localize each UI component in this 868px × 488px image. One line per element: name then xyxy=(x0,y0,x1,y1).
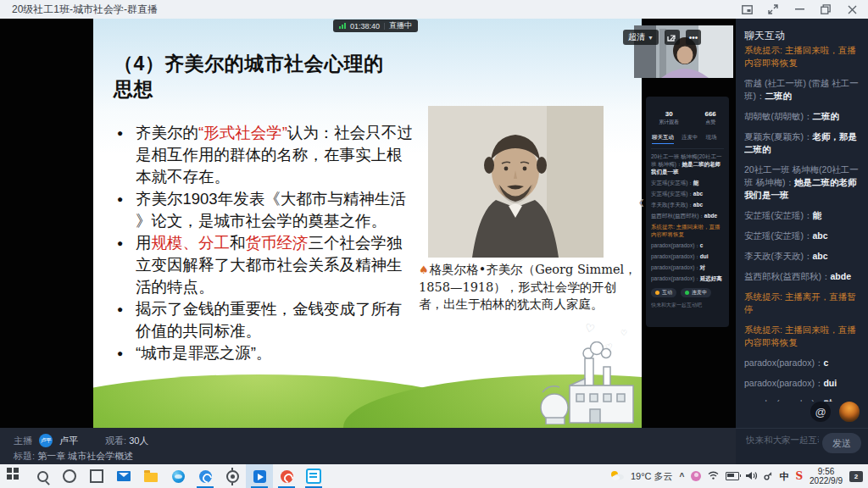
chat-username: 雷越 (社工一班) (雷越 社工一班)： xyxy=(744,78,859,101)
phone-tab[interactable]: 聊天互动 xyxy=(652,134,674,144)
window-controls xyxy=(741,0,858,19)
ime-zh-indicator[interactable]: 中 xyxy=(779,470,788,483)
chat-message: 李天政(李天政)：abc xyxy=(744,250,863,263)
chat-message-list[interactable]: 系统提示: 主播回来啦，直播内容即将恢复雷越 (社工一班) (雷越 社工一班)：… xyxy=(744,44,863,402)
phone-stats: 30累计观看666点赞 xyxy=(646,110,729,126)
hidden-icons-chevron[interactable]: ^ xyxy=(680,472,685,481)
chat-text: abde xyxy=(831,271,852,281)
user-icon[interactable] xyxy=(691,471,701,481)
chat-message: 益西郎秋(益西郎秋)：abde xyxy=(651,212,724,219)
phone-action-button[interactable]: 连麦中 xyxy=(681,288,711,297)
bullet-dot-icon: ● xyxy=(117,342,136,364)
share-button[interactable] xyxy=(665,30,680,45)
mail-app-icon[interactable] xyxy=(110,464,137,488)
bullet-dot-icon: ● xyxy=(117,232,136,298)
search-button[interactable] xyxy=(29,464,56,488)
weather-icon[interactable] xyxy=(610,470,624,482)
swirl-icon[interactable]: @ xyxy=(810,402,831,422)
task-view-button[interactable] xyxy=(83,464,110,488)
tray-date: 2022/9/9 xyxy=(810,476,843,486)
phone-tab[interactable]: 连麦中 xyxy=(682,134,698,144)
phone-chat-input[interactable]: 快来和大家一起互动吧 xyxy=(651,302,724,309)
chat-text: abc xyxy=(813,251,828,261)
status-dot-icon xyxy=(685,291,689,295)
wifi-icon[interactable] xyxy=(708,471,719,481)
volume-icon[interactable] xyxy=(746,471,757,482)
app-window: 20级社工1班-城市社会学-群直播 01:38:40 直 xyxy=(0,0,868,488)
settings-panel-icon[interactable] xyxy=(741,3,753,15)
chat-message: 安芷瑶(安芷瑶)：能 xyxy=(651,179,724,186)
presentation-slide: （4）齐美尔的城市社会心理的思想 ●齐美尔的“形式社会学”认为：社会只不过是相互… xyxy=(93,19,642,428)
chat-message: 李天政(李天政)：abc xyxy=(651,201,724,208)
live-class-app-icon-glyph xyxy=(253,470,266,483)
sogou-icon[interactable]: S xyxy=(795,470,803,482)
phone-tabs: 聊天互动连麦中现场 xyxy=(652,134,729,144)
notification-icon[interactable]: 2 xyxy=(849,471,863,482)
docs-app-icon[interactable] xyxy=(300,464,327,488)
weather-text[interactable]: 19°C 多云 xyxy=(631,470,673,483)
chat-text: dui xyxy=(700,253,709,259)
slide-title: （4）齐美尔的城市社会心理的思想 xyxy=(114,51,387,103)
chat-message: 雷越 (社工一班) (雷越 社工一班)：二班的 xyxy=(744,77,863,103)
video-stage: 01:38:40 直播中 （4）齐美尔的城市社会心理的思想 ●齐美尔的“形式社会… xyxy=(0,19,736,428)
quality-selector[interactable]: 超清▼ xyxy=(623,30,659,45)
clock[interactable]: 9:56 2022/9/9 xyxy=(810,467,843,486)
taskbar-apps xyxy=(2,464,327,488)
chat-message: paradox(paradox)：c xyxy=(651,241,724,249)
chat-username: 胡朝敏(胡朝敏)： xyxy=(744,111,813,121)
start-button[interactable] xyxy=(2,464,29,488)
chat-username: 安芷瑶(安芷瑶)： xyxy=(744,210,813,220)
phone-stat-label: 累计观看 xyxy=(659,119,679,126)
file-explorer-icon[interactable] xyxy=(137,464,164,488)
chevron-down-icon: ▼ xyxy=(648,35,654,41)
chat-text: c xyxy=(700,242,704,248)
battery-icon[interactable] xyxy=(726,472,739,480)
chat-panel: 聊天互动 系统提示: 主播回来啦，直播内容即将恢复雷越 (社工一班) (雷越 社… xyxy=(736,19,868,464)
chat-message: 系统提示: 主播离开，直播暂停 xyxy=(744,291,863,316)
maximize-button[interactable] xyxy=(820,3,832,15)
input-tool-icon[interactable] xyxy=(764,471,772,482)
send-button[interactable]: 发送 xyxy=(822,433,861,453)
phone-chat-list: 20社工一班 杨坤梅(20社工一班 杨坤梅)：她是二班的老师 我们是一班安芷瑶(… xyxy=(651,148,724,286)
chat-message: paradox(paradox)：延迟好高 xyxy=(651,274,724,282)
chat-username: 安芷瑶(安芷瑶)： xyxy=(744,230,813,241)
streamer-avatar[interactable] xyxy=(839,402,860,422)
heart-doodle-icon: ♡ xyxy=(584,321,597,336)
chat-username: 益西郎秋(益西郎秋)： xyxy=(744,271,831,281)
phone-tab[interactable]: 现场 xyxy=(706,134,717,144)
mobile-preview-panel: 30累计观看666点赞 聊天互动连麦中现场 20社工一班 杨坤梅(20社工一班 … xyxy=(646,97,729,327)
phone-stat-value: 30 xyxy=(659,110,679,118)
chat-username: paradox(paradox)： xyxy=(651,253,700,259)
screen-record-app-icon[interactable] xyxy=(273,464,300,488)
chat-username: 安芷瑶(安芷瑶)： xyxy=(651,180,693,186)
chat-input[interactable] xyxy=(744,434,821,446)
task-view-button-glyph xyxy=(90,469,103,483)
host-avatar[interactable]: 卢平 xyxy=(39,434,53,447)
status-dot-icon xyxy=(655,291,659,295)
chat-message: 益西郎秋(益西郎秋)：abde xyxy=(744,270,863,283)
close-button[interactable] xyxy=(846,3,858,15)
edge-browser-icon-glyph xyxy=(172,470,185,483)
fullscreen-icon[interactable] xyxy=(767,3,779,15)
divider xyxy=(736,428,868,429)
cortana-button[interactable] xyxy=(56,464,83,488)
more-options-button[interactable]: ••• xyxy=(686,30,701,45)
chat-message: 安芷瑶(安芷瑶)：能 xyxy=(744,209,863,222)
stream-info-bar: 主播 卢平 卢平 观看: 30人 标题: 第一章 城市社会学概述 xyxy=(0,428,736,464)
chat-text: dui xyxy=(823,378,837,388)
minimize-button[interactable] xyxy=(793,3,805,15)
settings-app-icon[interactable] xyxy=(219,464,246,488)
phone-collapse-handle[interactable]: ❮ xyxy=(638,198,645,207)
live-class-app-icon[interactable] xyxy=(246,464,273,488)
chat-username: paradox(paradox)： xyxy=(744,358,823,368)
meeting-app-icon[interactable] xyxy=(192,464,219,488)
chat-footer-icons: @ xyxy=(810,402,860,422)
edge-browser-icon[interactable] xyxy=(164,464,192,488)
live-time: 01:38:40 xyxy=(350,22,380,30)
host-name: 卢平 xyxy=(59,435,78,447)
chat-text: 延迟好高 xyxy=(700,275,722,281)
phone-action-button[interactable]: 互动 xyxy=(651,288,676,297)
phone-stat-value: 666 xyxy=(704,110,715,118)
simmel-portrait xyxy=(428,106,604,258)
window-titlebar: 20级社工1班-城市社会学-群直播 xyxy=(0,0,868,19)
